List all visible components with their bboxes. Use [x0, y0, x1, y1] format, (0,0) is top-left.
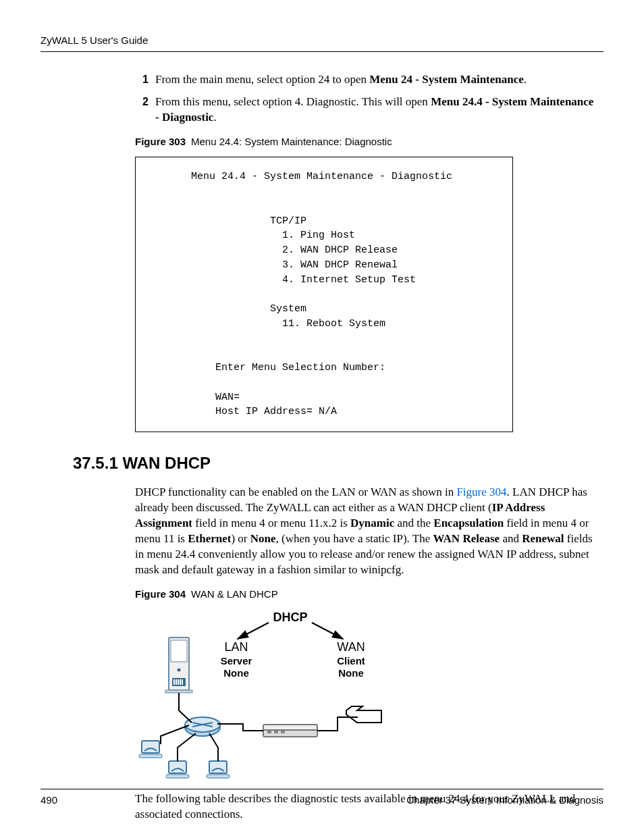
- figure-303-caption: Figure 303Menu 24.4: System Maintenance:…: [135, 135, 603, 149]
- step-number: 2: [135, 95, 149, 126]
- svg-rect-16: [281, 731, 285, 733]
- server-label: Server: [221, 655, 252, 667]
- svg-rect-19: [169, 761, 186, 773]
- figure-label: Figure 303: [135, 136, 186, 147]
- svg-rect-4: [173, 679, 175, 685]
- bold-text: Menu 24 - System Maintenance: [369, 73, 524, 86]
- bold-text: Dynamic: [350, 517, 394, 529]
- svg-rect-7: [180, 679, 181, 685]
- figure-304-diagram: DHCP LAN WAN Server Client None None: [135, 609, 603, 785]
- figure-title: WAN & LAN DHCP: [191, 588, 278, 600]
- server-tower-icon: [165, 637, 192, 693]
- svg-rect-14: [267, 731, 271, 733]
- client-label: Client: [337, 655, 365, 667]
- bold-text: None: [250, 532, 276, 545]
- wan-none-label: None: [338, 667, 364, 679]
- section-heading: 37.5.1 WAN DHCP: [73, 452, 603, 474]
- dhcp-label: DHCP: [273, 610, 307, 624]
- text-fragment: , (when you have a static IP). The: [276, 532, 433, 545]
- bold-text: Renewal: [522, 532, 564, 545]
- svg-rect-8: [182, 679, 183, 685]
- arrow-to-wan: [312, 623, 343, 639]
- numbered-steps: 1 From the main menu, select option 24 t…: [135, 72, 597, 126]
- figure-304-caption: Figure 304WAN & LAN DHCP: [135, 588, 603, 601]
- bold-text: WAN Release: [433, 532, 500, 545]
- terminal-screenshot: Menu 24.4 - System Maintenance - Diagnos…: [135, 157, 513, 432]
- step-text: From the main menu, select option 24 to …: [155, 72, 597, 88]
- running-header: ZyWALL 5 User's Guide: [41, 34, 603, 47]
- figure-title: Menu 24.4: System Maintenance: Diagnosti…: [191, 136, 392, 147]
- switch-icon: [185, 717, 220, 736]
- bold-text: Encapsulation: [433, 517, 504, 529]
- router-icon: [263, 725, 317, 737]
- svg-rect-5: [176, 679, 177, 685]
- arrow-to-lan: [238, 623, 269, 639]
- page: ZyWALL 5 User's Guide 1 From the main me…: [0, 0, 644, 834]
- client-pc-3-icon: [207, 761, 230, 778]
- wan-label: WAN: [337, 640, 365, 654]
- text-fragment: .: [524, 73, 527, 86]
- page-footer: 490 Chapter 37 System Information & Diag…: [41, 789, 603, 807]
- text-fragment: and: [500, 532, 522, 545]
- svg-rect-20: [166, 775, 189, 778]
- client-pc-2-icon: [166, 761, 189, 778]
- svg-rect-13: [263, 725, 317, 730]
- svg-rect-22: [207, 775, 230, 778]
- footer-rule: [41, 789, 603, 789]
- svg-rect-21: [209, 761, 227, 773]
- step-2: 2 From this menu, select option 4. Diagn…: [135, 95, 597, 126]
- svg-rect-17: [142, 741, 159, 753]
- client-pc-1-icon: [139, 741, 162, 758]
- svg-rect-9: [165, 690, 192, 693]
- header-rule: [41, 51, 603, 52]
- text-fragment: field in menu 4 or menu 11.x.2 is: [192, 517, 350, 529]
- lan-none-label: None: [223, 667, 249, 679]
- text-fragment: ) or: [231, 532, 250, 545]
- step-number: 1: [135, 72, 149, 88]
- svg-rect-6: [178, 679, 179, 685]
- text-fragment: From the main menu, select option 24 to …: [155, 73, 369, 86]
- bold-text: Ethernet: [188, 532, 231, 545]
- figure-304-link[interactable]: Figure 304: [456, 486, 506, 498]
- figure-label: Figure 304: [135, 588, 186, 600]
- step-text: From this menu, select option 4. Diagnos…: [155, 95, 597, 126]
- svg-point-2: [178, 669, 181, 672]
- svg-rect-15: [274, 731, 278, 733]
- paragraph-1: DHCP functionality can be enabled on the…: [135, 485, 597, 578]
- chapter-name: Chapter 37 System Information & Diagnosi…: [406, 793, 603, 807]
- text-fragment: From this menu, select option 4. Diagnos…: [155, 95, 431, 108]
- text-fragment: .: [213, 111, 216, 124]
- text-fragment: DHCP functionality can be enabled on the…: [135, 486, 456, 498]
- wan-cloud-icon: [346, 706, 381, 723]
- text-fragment: and the: [394, 517, 433, 529]
- dhcp-diagram-svg: DHCP LAN WAN Server Client None None: [135, 609, 425, 785]
- page-number: 490: [41, 793, 57, 807]
- svg-rect-1: [171, 640, 187, 662]
- step-1: 1 From the main menu, select option 24 t…: [135, 72, 597, 88]
- lan-label: LAN: [224, 640, 248, 654]
- svg-rect-18: [139, 754, 162, 758]
